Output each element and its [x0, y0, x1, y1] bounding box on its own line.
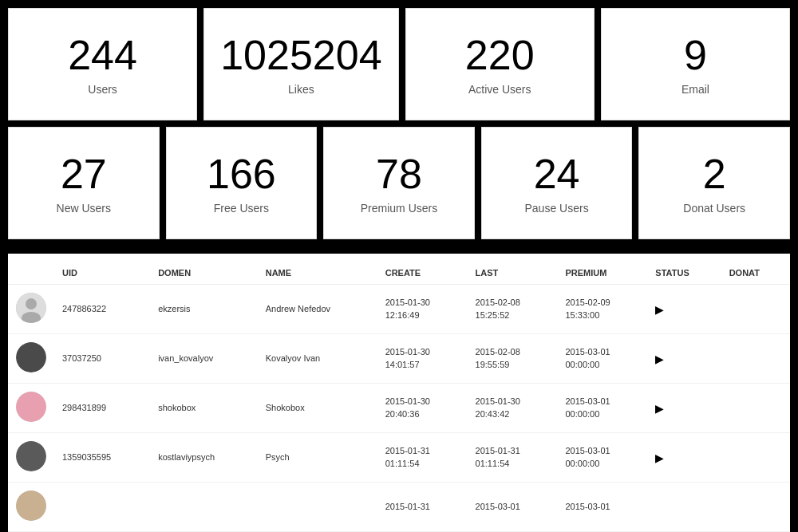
user-table: UIDDOMENNAMECREATELASTPREMIUMSTATUSDONAT… — [8, 262, 790, 532]
svg-point-3 — [16, 342, 46, 372]
cell-donat — [721, 483, 790, 532]
cell-create: 2015-01-30 20:40:36 — [377, 384, 468, 433]
table-row: 37037250ivan_kovalyovKovalyov Ivan2015-0… — [8, 334, 790, 384]
stat-number-pause-users: 24 — [534, 152, 580, 197]
col-header-name: NAME — [258, 262, 377, 285]
col-header-create: CREATE — [377, 262, 468, 285]
cell-name: Kovalyov Ivan — [258, 334, 377, 384]
cell-premium: 2015-03-01 — [557, 483, 647, 532]
stat-number-free-users: 166 — [207, 152, 276, 197]
stat-number-email: 9 — [684, 33, 707, 78]
avatar — [16, 491, 46, 521]
cell-uid: 298431899 — [54, 384, 150, 433]
cell-donat — [721, 433, 790, 483]
cell-name — [258, 483, 377, 532]
play-button[interactable]: ▶ — [655, 451, 664, 464]
table-section: UIDDOMENNAMECREATELASTPREMIUMSTATUSDONAT… — [8, 254, 790, 532]
stat-label-pause-users: Pause Users — [525, 202, 589, 215]
stat-label-premium-users: Premium Users — [361, 202, 437, 215]
col-header-last: LAST — [468, 262, 558, 285]
stat-label-users: Users — [88, 83, 117, 96]
stats-row-2: 27 New Users 166 Free Users 78 Premium U… — [8, 127, 790, 239]
cell-create: 2015-01-30 14:01:57 — [377, 334, 468, 384]
stat-card-email: 9 Email — [601, 8, 790, 120]
cell-last: 2015-01-30 20:43:42 — [468, 384, 558, 433]
stat-number-active-users: 220 — [465, 33, 535, 78]
col-header-donat: DONAT — [721, 262, 790, 285]
stat-label-donat-users: Donat Users — [683, 202, 745, 215]
cell-last: 2015-01-31 01:11:54 — [468, 433, 558, 483]
stat-card-pause-users: 24 Pause Users — [481, 127, 633, 239]
play-button[interactable]: ▶ — [655, 402, 664, 415]
stat-card-donat-users: 2 Donat Users — [638, 127, 790, 239]
cell-last: 2015-02-08 15:25:52 — [468, 285, 558, 334]
cell-status[interactable]: ▶ — [647, 285, 721, 334]
stat-card-premium-users: 78 Premium Users — [323, 127, 475, 239]
cell-create: 2015-01-31 01:11:54 — [377, 433, 468, 483]
stat-label-active-users: Active Users — [468, 83, 531, 96]
cell-uid — [54, 483, 150, 532]
cell-donat — [721, 334, 790, 384]
svg-point-1 — [26, 298, 37, 309]
stat-number-donat-users: 2 — [703, 152, 726, 197]
table-row: 2015-01-312015-03-012015-03-01 — [8, 483, 790, 532]
avatar-cell — [8, 483, 54, 532]
cell-status[interactable]: ▶ — [647, 384, 721, 433]
stat-card-free-users: 166 Free Users — [166, 127, 318, 239]
stat-label-email: Email — [681, 83, 709, 96]
svg-point-4 — [16, 392, 46, 422]
avatar — [16, 342, 46, 372]
cell-status[interactable] — [647, 483, 721, 532]
table-row: 298431899shokoboxShokobox2015-01-30 20:4… — [8, 384, 790, 433]
avatar-cell — [8, 285, 54, 334]
avatar — [16, 293, 46, 323]
avatar — [16, 441, 46, 471]
cell-domen: ekzersis — [150, 285, 258, 334]
cell-name: Andrew Nefedov — [258, 285, 377, 334]
cell-domen — [150, 483, 258, 532]
cell-premium: 2015-02-09 15:33:00 — [557, 285, 647, 334]
table-row: 247886322ekzersisAndrew Nefedov2015-01-3… — [8, 285, 790, 334]
cell-donat — [721, 285, 790, 334]
avatar — [16, 392, 46, 422]
cell-name: Psych — [258, 433, 377, 483]
cell-last: 2015-03-01 — [468, 483, 558, 532]
cell-uid: 1359035595 — [54, 433, 150, 483]
col-header-uid: UID — [54, 262, 150, 285]
cell-domen: kostlaviypsych — [150, 433, 258, 483]
cell-create: 2015-01-30 12:16:49 — [377, 285, 468, 334]
avatar-cell — [8, 384, 54, 433]
cell-donat — [721, 384, 790, 433]
cell-status[interactable]: ▶ — [647, 334, 721, 384]
stat-card-active-users: 220 Active Users — [405, 8, 595, 120]
stat-label-new-users: New Users — [57, 202, 111, 215]
stat-card-likes: 1025204 Likes — [203, 8, 398, 120]
col-header-status: STATUS — [647, 262, 721, 285]
stat-number-premium-users: 78 — [376, 152, 422, 197]
stat-number-users: 244 — [68, 33, 137, 78]
stat-number-likes: 1025204 — [220, 33, 381, 78]
stat-card-new-users: 27 New Users — [8, 127, 160, 239]
cell-domen: ivan_kovalyov — [150, 334, 258, 384]
stat-label-likes: Likes — [288, 83, 314, 96]
stat-number-new-users: 27 — [61, 152, 107, 197]
avatar-cell — [8, 334, 54, 384]
cell-premium: 2015-03-01 00:00:00 — [557, 334, 647, 384]
col-header-domen: DOMEN — [150, 262, 258, 285]
stats-row-1: 244 Users 1025204 Likes 220 Active Users… — [8, 8, 790, 120]
stat-card-users: 244 Users — [8, 8, 197, 120]
user-table-container: UIDDOMENNAMECREATELASTPREMIUMSTATUSDONAT… — [8, 262, 790, 532]
cell-create: 2015-01-31 — [377, 483, 468, 532]
cell-uid: 37037250 — [54, 334, 150, 384]
play-button[interactable]: ▶ — [655, 303, 664, 316]
cell-last: 2015-02-08 19:55:59 — [468, 334, 558, 384]
play-button[interactable]: ▶ — [655, 353, 664, 365]
stat-label-free-users: Free Users — [214, 202, 269, 215]
cell-name: Shokobox — [258, 384, 377, 433]
cell-uid: 247886322 — [54, 285, 150, 334]
cell-premium: 2015-03-01 00:00:00 — [557, 433, 647, 483]
cell-status[interactable]: ▶ — [647, 433, 721, 483]
stats-section: 244 Users 1025204 Likes 220 Active Users… — [0, 0, 798, 247]
svg-point-5 — [16, 441, 46, 471]
svg-point-6 — [16, 491, 46, 521]
